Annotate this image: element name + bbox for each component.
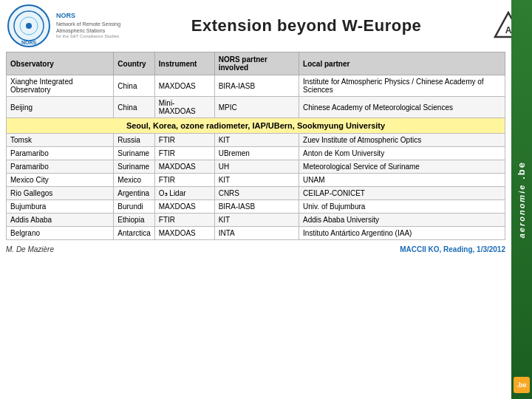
table-row: Addis AbabaEthiopiaFTIRKITAddis Ababa Un…: [7, 214, 505, 227]
table-header-row: Observatory Country Instrument NORS part…: [7, 52, 505, 75]
cell-country: Suriname: [114, 160, 154, 174]
col-country: Country: [114, 52, 154, 75]
cell-instrument: FTIR: [154, 214, 214, 227]
cell-nors_partner: CNRS: [214, 187, 299, 200]
table-row: TomskRussiaFTIRKITZuev Institute of Atmo…: [7, 134, 505, 147]
table-row: ParamariboSurinameFTIRUBremenAnton de Ko…: [7, 147, 505, 160]
cell-country: Russia: [114, 134, 154, 147]
table-row: Seoul, Korea, ozone radiometer, IAP/UBer…: [7, 118, 505, 134]
cell-nors_partner: INTA: [214, 227, 299, 240]
cell-local_partner: Meteorological Service of Suriname: [299, 160, 505, 174]
page-title: Extension beyond W-Europe: [120, 16, 492, 35]
cell-nors_partner: BIRA-IASB: [214, 200, 299, 214]
cell-local_partner: Zuev Institute of Atmospheric Optics: [299, 134, 505, 147]
cell-instrument: MAXDOAS: [154, 160, 214, 174]
main-content: Observatory Country Instrument NORS part…: [0, 50, 532, 243]
logo-area: NORS NORS Network of Remote Sensing Atmo…: [7, 4, 120, 47]
svg-text:NORS: NORS: [21, 40, 37, 45]
cell-instrument: FTIR: [154, 134, 214, 147]
nors-logo: NORS: [7, 4, 50, 47]
cell-nors_partner: BIRA-IASB: [214, 75, 299, 97]
cell-country: China: [114, 97, 154, 118]
cell-nors_partner: UBremen: [214, 147, 299, 160]
cell-observatory: Belgrano: [7, 227, 114, 240]
cell-observatory: Paramaribo: [7, 160, 114, 174]
cell-local_partner: Chinese Academy of Meteorological Scienc…: [299, 97, 505, 118]
footer-bar: M. De Mazière MACCII KO, Reading, 1/3/20…: [0, 243, 532, 255]
cell-observatory: Xianghe Integrated Observatory: [7, 75, 114, 97]
cell-instrument: MAXDOAS: [154, 75, 214, 97]
side-bar-text: aeronomie .be: [516, 161, 528, 238]
cell-local_partner: Anton de Kom University: [299, 147, 505, 160]
cell-country: Ethiopia: [114, 214, 154, 227]
svg-point-3: [26, 23, 32, 29]
cell-instrument: FTIR: [154, 147, 214, 160]
cell-instrument: MAXDOAS: [154, 200, 214, 214]
table-row: Rio GallegosArgentinaO₃ LidarCNRSCEILAP-…: [7, 187, 505, 200]
table-row: BujumburaBurundiMAXDOASBIRA-IASBUniv. of…: [7, 200, 505, 214]
cell-local_partner: CEILAP-CONICET: [299, 187, 505, 200]
cell-country: Mexico: [114, 174, 154, 187]
side-bar-bottom: .be: [514, 377, 530, 393]
table-row: BeijingChinaMini-MAXDOASMPICChinese Acad…: [7, 97, 505, 118]
logo-subtitle-3: for the S&T Compliance Studies: [56, 34, 120, 40]
logo-text-block: NORS Network of Remote Sensing Atmospher…: [56, 12, 120, 40]
cell-local_partner: Univ. of Bujumbura: [299, 200, 505, 214]
cell-local_partner: UNAM: [299, 174, 505, 187]
cell-country: Suriname: [114, 147, 154, 160]
cell-observatory: Bujumbura: [7, 200, 114, 214]
cell-observatory: Beijing: [7, 97, 114, 118]
cell-nors_partner: KIT: [214, 134, 299, 147]
footer-center: MACCII KO, Reading, 1/3/2012: [400, 245, 505, 253]
cell-nors_partner: UH: [214, 160, 299, 174]
table-row: BelgranoAntarcticaMAXDOASINTAInstituto A…: [7, 227, 505, 240]
col-instrument: Instrument: [154, 52, 214, 75]
logo-subtitle-1: Network of Remote Sensing: [56, 21, 120, 27]
cell-country: Burundi: [114, 200, 154, 214]
side-accent-bar: aeronomie .be .be: [511, 0, 532, 399]
col-local-partner: Local partner: [299, 52, 505, 75]
cell-country: Antarctica: [114, 227, 154, 240]
header: NORS NORS Network of Remote Sensing Atmo…: [0, 0, 532, 50]
be-badge: .be: [514, 377, 530, 393]
cell-observatory: Rio Gallegos: [7, 187, 114, 200]
cell-nors_partner: MPIC: [214, 97, 299, 118]
data-table: Observatory Country Instrument NORS part…: [6, 52, 505, 240]
col-observatory: Observatory: [7, 52, 114, 75]
cell-instrument: FTIR: [154, 174, 214, 187]
cell-observatory: Addis Ababa: [7, 214, 114, 227]
cell-country: China: [114, 75, 154, 97]
table-row: Mexico CityMexicoFTIRKITUNAM: [7, 174, 505, 187]
cell-local_partner: Instituto Antártico Argentino (IAA): [299, 227, 505, 240]
cell-observatory: Mexico City: [7, 174, 114, 187]
cell-instrument: MAXDOAS: [154, 227, 214, 240]
table-row: Xianghe Integrated ObservatoryChinaMAXDO…: [7, 75, 505, 97]
cell-nors_partner: KIT: [214, 214, 299, 227]
table-row: ParamariboSurinameMAXDOASUHMeteorologica…: [7, 160, 505, 174]
cell-local_partner: Addis Ababa University: [299, 214, 505, 227]
cell-instrument: O₃ Lidar: [154, 187, 214, 200]
highlight-cell: Seoul, Korea, ozone radiometer, IAP/UBer…: [7, 118, 505, 134]
logo-nors-label: NORS: [56, 12, 120, 21]
cell-local_partner: Institute for Atmospheric Physics / Chin…: [299, 75, 505, 97]
logo-subtitle-2: Atmospheric Stations: [56, 27, 120, 34]
col-nors-partner: NORS partner involved: [214, 52, 299, 75]
cell-observatory: Tomsk: [7, 134, 114, 147]
footer-left: M. De Mazière: [6, 245, 54, 253]
cell-country: Argentina: [114, 187, 154, 200]
cell-observatory: Paramaribo: [7, 147, 114, 160]
cell-instrument: Mini-MAXDOAS: [154, 97, 214, 118]
cell-nors_partner: KIT: [214, 174, 299, 187]
